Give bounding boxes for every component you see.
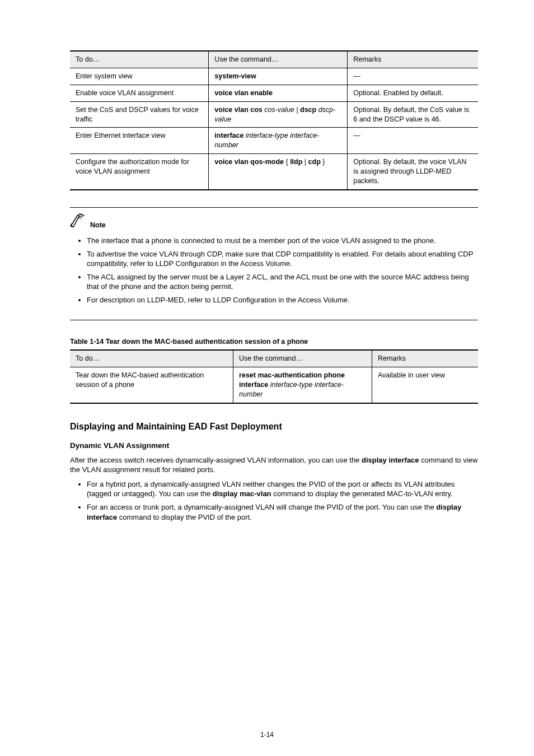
col-head-command: Use the command… (233, 350, 372, 367)
note-item: To advertise the voice VLAN through CDP,… (87, 249, 478, 269)
cmd-text: system-view (214, 72, 256, 80)
cmd-text: voice vlan qos-mode (214, 158, 284, 166)
subsection-heading: Dynamic VLAN Assignment (70, 441, 478, 451)
cell-remarks: — (348, 68, 478, 85)
list-item: For a hybrid port, a dynamically-assigne… (87, 479, 478, 499)
note-icon (70, 213, 87, 231)
list-item: For an access or trunk port, a dynamical… (87, 502, 478, 522)
note-item: The interface that a phone is connected … (87, 236, 478, 246)
cell-cmd: reset mac-authentication phone interface… (233, 367, 372, 403)
assignment-list: For a hybrid port, a dynamically-assigne… (70, 479, 478, 522)
col-head-todo: To do… (70, 350, 233, 367)
config-voice-vlan-table: To do… Use the command… Remarks Enter sy… (70, 50, 478, 190)
cell-remarks: Optional. Enabled by default. (348, 85, 478, 101)
table-row: Enter system view system-view — (70, 68, 478, 85)
page: To do… Use the command… Remarks Enter sy… (0, 0, 534, 756)
cell-cmd: voice vlan cos cos-value | dscp dscp-val… (209, 101, 348, 128)
col-head-command: Use the command… (209, 51, 348, 68)
note-box: Note The interface that a phone is conne… (70, 207, 478, 320)
col-head-remarks: Remarks (372, 350, 478, 367)
cell-cmd: interface interface-type interface-numbe… (209, 128, 348, 154)
cell-cmd: voice vlan enable (209, 85, 348, 101)
note-item: For description on LLDP-MED, refer to LL… (87, 295, 478, 305)
table-row: Configure the authorization mode for voi… (70, 154, 478, 190)
page-number: 1-14 (0, 730, 534, 739)
cell-todo: Set the CoS and DSCP values for voice tr… (70, 101, 209, 128)
table-header-row: To do… Use the command… Remarks (70, 51, 478, 68)
table-row: Enable voice VLAN assignment voice vlan … (70, 85, 478, 101)
cell-cmd: voice vlan qos-mode { lldp | cdp } (209, 154, 348, 190)
table-header-row: To do… Use the command… Remarks (70, 350, 478, 367)
inline-cmd: display mac-vlan (213, 489, 271, 498)
cmd-text: interface (214, 132, 243, 139)
cell-todo: Enter Ethernet interface view (70, 128, 209, 154)
cell-todo: Enable voice VLAN assignment (70, 85, 209, 101)
cell-todo: Enter system view (70, 68, 209, 85)
cell-remarks: Available in user view (372, 367, 478, 403)
note-item: The ACL assigned by the server must be a… (87, 272, 478, 292)
table-row: Set the CoS and DSCP values for voice tr… (70, 101, 478, 128)
col-head-todo: To do… (70, 51, 209, 68)
cell-remarks: Optional. By default, the CoS value is 6… (348, 101, 478, 128)
cmd-text: voice vlan enable (214, 89, 273, 97)
note-label: Note (90, 221, 106, 230)
table-row: Tear down the MAC-based authentication s… (70, 367, 478, 403)
reset-mac-auth-table: To do… Use the command… Remarks Tear dow… (70, 349, 478, 404)
table-row: Enter Ethernet interface view interface … (70, 128, 478, 154)
cell-remarks: Optional. By default, the voice VLAN is … (348, 154, 478, 190)
cell-cmd: system-view (209, 68, 348, 85)
note-list: The interface that a phone is connected … (70, 236, 478, 305)
section-heading: Displaying and Maintaining EAD Fast Depl… (70, 421, 478, 433)
inline-cmd: display interface (362, 456, 419, 464)
cmd-text: voice vlan cos (214, 106, 262, 114)
col-head-remarks: Remarks (348, 51, 478, 68)
body-paragraph: After the access switch receives dynamic… (70, 455, 478, 475)
note-heading: Note (70, 213, 478, 231)
cell-todo: Tear down the MAC-based authentication s… (70, 367, 233, 403)
table-caption: Table 1-14 Tear down the MAC-based authe… (70, 337, 478, 347)
cell-remarks: — (348, 128, 478, 154)
cell-todo: Configure the authorization mode for voi… (70, 154, 209, 190)
